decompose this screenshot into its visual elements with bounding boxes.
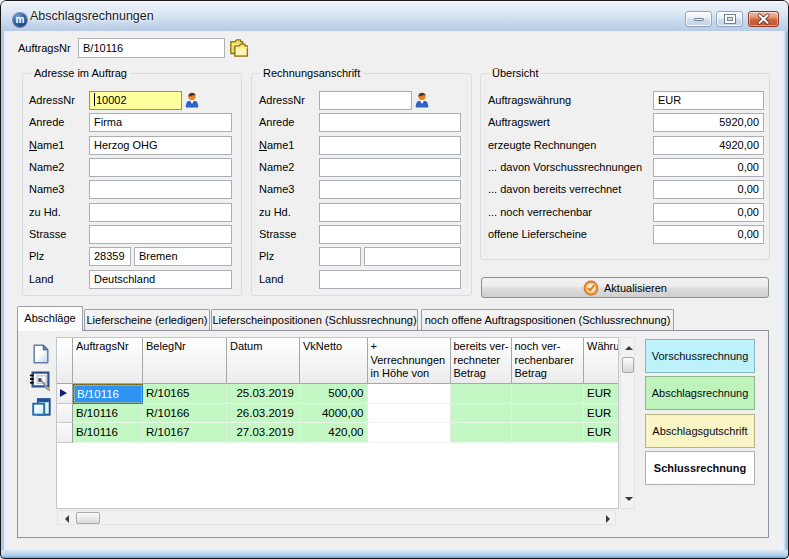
tab-lieferscheinpositionen[interactable]: Lieferscheinpositionen (Schlussrechnung) xyxy=(211,309,418,330)
anrede-input[interactable]: Firma xyxy=(89,113,232,132)
contact-person-icon[interactable] xyxy=(185,92,199,108)
horizontal-scroll-thumb[interactable] xyxy=(76,512,100,524)
minimize-icon xyxy=(694,18,704,21)
cell-bereits[interactable] xyxy=(451,423,512,443)
vertical-scrollbar[interactable] xyxy=(620,337,635,509)
horizontal-scrollbar[interactable] xyxy=(57,510,616,525)
cell-auftragsnr[interactable]: B/10116 xyxy=(73,384,143,404)
title-bar[interactable]: m Abschlagsrechnungen xyxy=(1,1,788,31)
cell-belegnr[interactable]: R/10167 xyxy=(143,423,227,443)
name2-input[interactable] xyxy=(89,158,232,177)
zuhd-input[interactable] xyxy=(89,203,232,222)
auftragswaehrung-value[interactable]: EUR xyxy=(653,91,764,110)
auftragswert-label: Auftragswert xyxy=(488,113,550,132)
re-land-input[interactable] xyxy=(319,270,461,289)
re-strasse-input[interactable] xyxy=(319,225,461,244)
auftragsnr-input[interactable]: B/10116 xyxy=(78,38,225,58)
davon-verrechnet-value[interactable]: 0,00 xyxy=(653,180,764,199)
cell-verrechnungen[interactable] xyxy=(368,423,451,443)
re-name2-input[interactable] xyxy=(319,158,461,177)
header-selector xyxy=(57,338,73,384)
edit-record-icon[interactable] xyxy=(28,369,53,394)
cell-noch[interactable] xyxy=(512,404,585,424)
erzeugte-rechnungen-value[interactable]: 4920,00 xyxy=(653,136,764,155)
plz-input[interactable]: 28359 xyxy=(89,247,131,266)
new-record-icon[interactable] xyxy=(32,344,50,364)
header-vknetto[interactable]: VkNetto xyxy=(300,338,368,384)
header-waehrung[interactable]: Währung xyxy=(584,338,619,384)
copy-record-icon[interactable] xyxy=(32,398,51,418)
window-icon: m xyxy=(13,13,27,27)
re-land-label: Land xyxy=(259,270,283,289)
cell-vknetto[interactable]: 500,00 xyxy=(300,384,368,404)
cell-noch[interactable] xyxy=(512,384,585,404)
tab-abschlaege[interactable]: Abschläge xyxy=(17,306,83,331)
re-plz-input[interactable] xyxy=(319,247,361,266)
table-row-1[interactable]: B/10116 R/10165 25.03.2019 500,00 EUR xyxy=(57,384,618,404)
vorschussrechnung-button[interactable]: Vorschussrechnung xyxy=(645,339,755,373)
cell-auftragsnr[interactable]: B/10116 xyxy=(73,423,143,443)
ort-input[interactable]: Bremen xyxy=(134,247,232,266)
zuhd-label: zu Hd. xyxy=(29,203,61,222)
cell-noch[interactable] xyxy=(512,423,585,443)
cell-datum[interactable]: 27.03.2019 xyxy=(227,423,300,443)
abschlagsgutschrift-button[interactable]: Abschlagsgutschrift xyxy=(645,414,755,448)
cell-waehrung[interactable]: EUR xyxy=(584,384,619,404)
vertical-scroll-thumb[interactable] xyxy=(622,357,634,373)
offene-lieferscheine-value[interactable]: 0,00 xyxy=(653,225,764,244)
re-anrede-input[interactable] xyxy=(319,113,461,132)
header-datum[interactable]: Datum xyxy=(227,338,300,384)
header-noch-verrechenbar[interactable]: noch ver- rechenbarer Betrag xyxy=(512,338,585,384)
re-zuhd-input[interactable] xyxy=(319,203,461,222)
land-input[interactable]: Deutschland xyxy=(89,270,232,289)
name1-input[interactable]: Herzog OHG xyxy=(89,136,232,155)
name3-input[interactable] xyxy=(89,180,232,199)
auftragswert-value[interactable]: 5920,00 xyxy=(653,113,764,132)
close-button[interactable] xyxy=(748,11,779,27)
cell-waehrung[interactable]: EUR xyxy=(584,404,619,424)
scroll-up-icon[interactable] xyxy=(625,346,633,350)
cell-belegnr[interactable]: R/10165 xyxy=(143,384,227,404)
cell-datum[interactable]: 25.03.2019 xyxy=(227,384,300,404)
schlussrechnung-button[interactable]: Schlussrechnung xyxy=(645,451,755,485)
header-auftragsnr[interactable]: AuftragsNr xyxy=(73,338,143,384)
strasse-input[interactable] xyxy=(89,225,232,244)
cell-belegnr[interactable]: R/10166 xyxy=(143,404,227,424)
header-belegnr[interactable]: BelegNr xyxy=(143,338,227,384)
cell-vknetto[interactable]: 420,00 xyxy=(300,423,368,443)
davon-vorschuss-value[interactable]: 0,00 xyxy=(653,158,764,177)
noch-verrechenbar-label: ... noch verrechenbar xyxy=(488,203,592,222)
close-icon xyxy=(749,12,778,26)
table-row-2[interactable]: B/10116 R/10166 26.03.2019 4000,00 EUR xyxy=(57,404,618,424)
refresh-icon xyxy=(583,280,599,296)
minimize-button[interactable] xyxy=(685,11,712,27)
aktualisieren-button[interactable]: Aktualisieren xyxy=(481,277,769,298)
cell-verrechnungen[interactable] xyxy=(368,404,451,424)
maximize-button[interactable] xyxy=(716,11,743,27)
contact-person-icon-2[interactable] xyxy=(415,92,429,108)
cell-bereits[interactable] xyxy=(451,384,512,404)
cell-bereits[interactable] xyxy=(451,404,512,424)
table-row-3[interactable]: B/10116 R/10167 27.03.2019 420,00 EUR xyxy=(57,423,618,443)
noch-verrechenbar-value[interactable]: 0,00 xyxy=(653,203,764,222)
cell-datum[interactable]: 26.03.2019 xyxy=(227,404,300,424)
scroll-left-icon[interactable] xyxy=(65,515,69,523)
adressnr-input[interactable]: 10002 xyxy=(89,91,182,110)
cell-verrechnungen[interactable] xyxy=(368,384,451,404)
cell-waehrung[interactable]: EUR xyxy=(584,423,619,443)
re-strasse-label: Strasse xyxy=(259,225,296,244)
re-ort-input[interactable] xyxy=(364,247,461,266)
abschlagsrechnung-button[interactable]: Abschlagsrechnung xyxy=(645,376,755,410)
header-verrechnungen[interactable]: + Verrechnungen in Höhe von xyxy=(368,338,451,384)
re-adressnr-input[interactable] xyxy=(319,91,412,110)
cell-auftragsnr[interactable]: B/10116 xyxy=(73,404,143,424)
tab-lieferscheine[interactable]: Lieferscheine (erledigen) xyxy=(84,309,210,330)
tab-offene-auftragspositionen[interactable]: noch offene Auftragspositionen (Schlussr… xyxy=(421,309,674,330)
cell-vknetto[interactable]: 4000,00 xyxy=(300,404,368,424)
open-folder-icon[interactable] xyxy=(229,38,252,58)
re-name1-input[interactable] xyxy=(319,136,461,155)
scroll-down-icon[interactable] xyxy=(625,497,633,501)
scroll-right-icon[interactable] xyxy=(606,515,610,523)
header-bereits-verrechnet[interactable]: bereits ver- rechneter Betrag xyxy=(451,338,512,384)
re-name3-input[interactable] xyxy=(319,180,461,199)
